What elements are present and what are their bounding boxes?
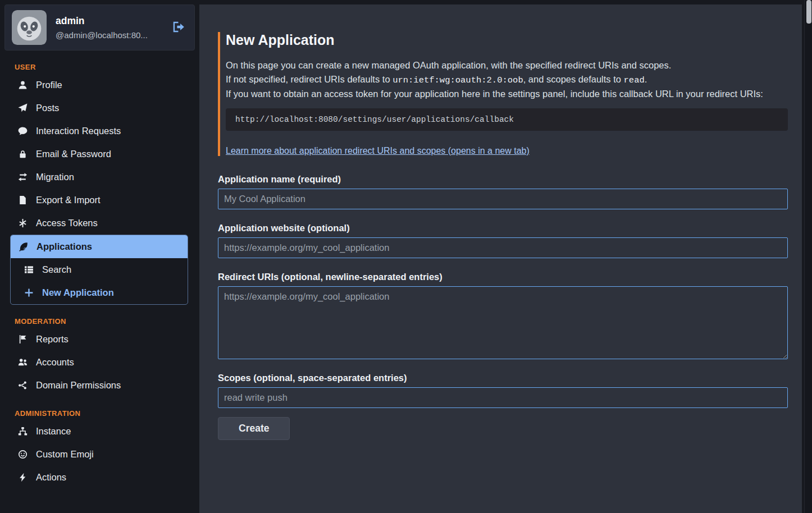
- sidebar-item-label: Instance: [36, 426, 71, 437]
- exchange-arrows-icon: [17, 172, 28, 182]
- users-icon: [17, 358, 28, 367]
- paper-plane-icon: [17, 103, 28, 113]
- intro-text: .: [645, 74, 647, 84]
- scopes-input[interactable]: [218, 387, 788, 408]
- sidebar-item-instance[interactable]: Instance: [10, 420, 188, 443]
- sidebar-item-actions[interactable]: Actions: [10, 466, 188, 489]
- sidebar-item-new-application[interactable]: New Application: [11, 281, 188, 304]
- sidebar-item-label: Email & Password: [36, 149, 111, 159]
- sidebar-item-interaction-requests[interactable]: Interaction Requests: [10, 120, 188, 143]
- sidebar-item-migration[interactable]: Migration: [10, 166, 188, 189]
- intro-text: If not specified, redirect URIs defaults…: [226, 74, 393, 84]
- sitemap-icon: [17, 427, 28, 436]
- applications-submenu: Search New Application: [11, 258, 188, 304]
- sidebar-section-moderation: MODERATION: [15, 317, 188, 326]
- user-icon: [17, 80, 28, 90]
- bolt-icon: [17, 473, 28, 482]
- avatar: [12, 10, 47, 45]
- sidebar-item-custom-emoji[interactable]: Custom Emoji: [10, 443, 188, 466]
- redirect-uris-group: Redirect URIs (optional, newline-separat…: [218, 272, 788, 359]
- user-card[interactable]: admin @admin@localhost:80...: [4, 4, 195, 51]
- scopes-label: Scopes (optional, space-separated entrie…: [218, 373, 788, 383]
- sidebar-section-user: USER: [15, 63, 188, 71]
- scrollbar-thumb[interactable]: [806, 0, 811, 24]
- create-button[interactable]: Create: [218, 417, 290, 440]
- intro-line-3: If you want to obtain an access token fo…: [226, 87, 788, 101]
- intro-line-1: On this page you can create a new manage…: [226, 58, 788, 72]
- page-title: New Application: [226, 32, 788, 48]
- sidebar-item-accounts[interactable]: Accounts: [10, 351, 188, 374]
- sidebar-item-label: Custom Emoji: [36, 449, 94, 460]
- file-export-icon: [17, 195, 28, 205]
- sidebar-item-label: Migration: [36, 172, 74, 182]
- sidebar-item-label: New Application: [42, 287, 114, 298]
- inline-code-read: read: [624, 75, 645, 85]
- sidebar-section-administration: ADMINISTRATION: [15, 409, 188, 418]
- sidebar-item-applications[interactable]: Applications: [11, 235, 188, 258]
- sidebar-item-posts[interactable]: Posts: [10, 97, 188, 120]
- main-wrap: New Application On this page you can cre…: [199, 0, 804, 513]
- user-handle: @admin@localhost:80...: [56, 30, 163, 40]
- feather-pen-icon: [17, 242, 29, 251]
- logout-icon[interactable]: [172, 20, 186, 35]
- sidebar-item-label: Profile: [36, 80, 62, 90]
- inline-code-oob: urn:ietf:wg:oauth:2.0:oob: [393, 75, 523, 85]
- lock-icon: [17, 149, 28, 159]
- sidebar: admin @admin@localhost:80... USER Profil…: [0, 0, 199, 513]
- scopes-group: Scopes (optional, space-separated entrie…: [218, 373, 788, 408]
- sidebar-item-email-password[interactable]: Email & Password: [10, 143, 188, 166]
- application-website-input[interactable]: [218, 237, 788, 258]
- scrollbar-track[interactable]: [804, 0, 812, 513]
- plus-icon: [23, 288, 34, 297]
- new-application-form: Application name (required) Application …: [218, 174, 788, 440]
- list-icon: [23, 265, 34, 274]
- application-name-group: Application name (required): [218, 174, 788, 209]
- application-website-group: Application website (optional): [218, 223, 788, 258]
- sidebar-item-access-tokens[interactable]: Access Tokens: [10, 212, 188, 235]
- asterisk-icon: [17, 218, 28, 228]
- redirect-uris-textarea[interactable]: [218, 286, 788, 359]
- sidebar-item-export-import[interactable]: Export & Import: [10, 189, 188, 212]
- sidebar-item-label: Export & Import: [36, 195, 101, 205]
- flag-icon: [17, 335, 28, 344]
- sidebar-nav-user: Profile Posts Interaction Requests Email…: [10, 74, 188, 305]
- application-name-label: Application name (required): [218, 174, 788, 185]
- sidebar-item-label: Accounts: [36, 357, 74, 368]
- network-dots-icon: [17, 381, 28, 390]
- sidebar-item-label: Reports: [36, 334, 69, 345]
- sidebar-item-label: Search: [42, 264, 71, 275]
- sidebar-item-label: Actions: [36, 472, 66, 483]
- intro-line-2: If not specified, redirect URIs defaults…: [226, 72, 788, 88]
- learn-more-link[interactable]: Learn more about application redirect UR…: [226, 146, 530, 156]
- docs-block: New Application On this page you can cre…: [218, 32, 788, 156]
- sidebar-item-label: Access Tokens: [36, 218, 98, 228]
- application-name-input[interactable]: [218, 189, 788, 209]
- sidebar-item-domain-permissions[interactable]: Domain Permissions: [10, 374, 188, 397]
- main-panel: New Application On this page you can cre…: [199, 4, 802, 513]
- applications-group: Applications Search New Application: [10, 235, 188, 305]
- sidebar-nav-administration: Instance Custom Emoji Actions: [10, 420, 188, 489]
- app-root: admin @admin@localhost:80... USER Profil…: [0, 0, 812, 513]
- smiley-icon: [17, 450, 28, 459]
- application-website-label: Application website (optional): [218, 223, 788, 233]
- redirect-uris-label: Redirect URIs (optional, newline-separat…: [218, 272, 788, 282]
- sidebar-item-search[interactable]: Search: [11, 258, 188, 281]
- comment-icon: [17, 126, 28, 136]
- sidebar-nav-moderation: Reports Accounts Domain Permissions: [10, 328, 188, 397]
- sidebar-item-label: Interaction Requests: [36, 126, 121, 136]
- sidebar-item-profile[interactable]: Profile: [10, 74, 188, 97]
- sidebar-item-label: Posts: [36, 103, 59, 113]
- sidebar-item-label: Applications: [37, 241, 92, 252]
- user-meta: admin @admin@localhost:80...: [56, 15, 163, 40]
- intro-text: , and scopes defaults to: [523, 74, 624, 84]
- sidebar-item-reports[interactable]: Reports: [10, 328, 188, 351]
- sidebar-item-label: Domain Permissions: [36, 380, 121, 391]
- callback-url-code-block: http://localhost:8080/settings/user/appl…: [226, 108, 788, 131]
- user-name: admin: [56, 15, 163, 27]
